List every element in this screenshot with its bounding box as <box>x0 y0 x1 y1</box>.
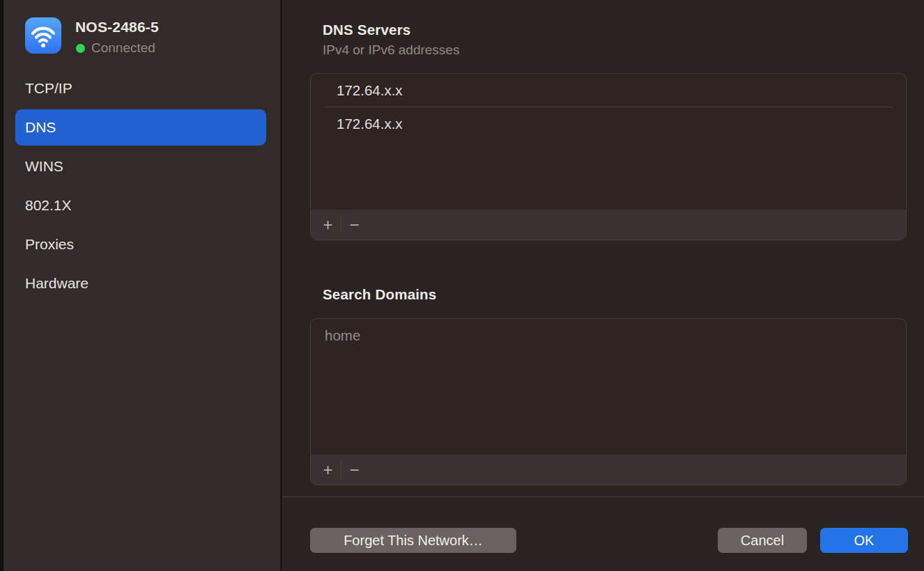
dns-settings-panel: DNS Servers IPv4 or IPv6 addresses 172.6… <box>282 0 924 571</box>
sidebar-item-label: TCP/IP <box>25 80 72 97</box>
connection-status-label: Connected <box>91 40 155 56</box>
connection-status: Connected <box>76 40 155 56</box>
ok-button[interactable]: OK <box>820 528 908 553</box>
dns-server-value: 172.64.x.x <box>337 82 403 99</box>
dns-servers-title: DNS Servers <box>323 22 410 38</box>
dns-servers-rows: 172.64.x.x 172.64.x.x <box>311 74 906 209</box>
sidebar-item-tcpip[interactable]: TCP/IP <box>15 70 266 107</box>
dns-server-value: 172.64.x.x <box>337 116 403 132</box>
dns-server-row[interactable]: 172.64.x.x <box>311 74 906 107</box>
remove-search-domain-button[interactable]: − <box>341 459 367 481</box>
sidebar-item-label: WINS <box>25 158 63 175</box>
dns-servers-subtitle: IPv4 or IPv6 addresses <box>323 42 459 58</box>
sidebar-item-label: Proxies <box>25 236 74 253</box>
dns-servers-toolbar: + − <box>311 209 906 240</box>
search-domains-toolbar: + − <box>311 454 906 485</box>
search-domain-value: home <box>325 327 360 344</box>
sidebar-item-label: 802.1X <box>25 197 72 214</box>
wifi-icon <box>25 17 61 54</box>
sidebar-item-8021x[interactable]: 802.1X <box>15 187 266 224</box>
search-domains-rows: home <box>311 319 906 454</box>
sidebar-item-label: Hardware <box>25 275 88 292</box>
sidebar-item-label: DNS <box>25 119 56 136</box>
sidebar-item-wins[interactable]: WINS <box>15 148 266 185</box>
sidebar-item-dns[interactable]: DNS <box>15 109 266 146</box>
remove-dns-server-button[interactable]: − <box>341 214 367 236</box>
sidebar: NOS-2486-5 Connected TCP/IP DNS WINS 802… <box>3 0 280 571</box>
network-name: NOS-2486-5 <box>75 19 159 36</box>
cancel-button[interactable]: Cancel <box>718 528 807 553</box>
forget-network-button[interactable]: Forget This Network… <box>310 528 516 553</box>
dns-servers-list: 172.64.x.x 172.64.x.x + − <box>310 73 907 240</box>
search-domains-title: Search Domains <box>323 286 436 303</box>
add-search-domain-button[interactable]: + <box>315 459 341 481</box>
wifi-network-details-dialog: NOS-2486-5 Connected TCP/IP DNS WINS 802… <box>0 0 924 571</box>
settings-nav: TCP/IP DNS WINS 802.1X Proxies Hardware <box>3 70 280 304</box>
sidebar-item-hardware[interactable]: Hardware <box>15 265 266 302</box>
search-domains-list: home + − <box>310 318 907 485</box>
footer-divider <box>282 496 924 497</box>
add-dns-server-button[interactable]: + <box>315 214 341 236</box>
connected-status-dot <box>76 44 85 53</box>
sidebar-item-proxies[interactable]: Proxies <box>15 226 266 263</box>
dns-server-row[interactable]: 172.64.x.x <box>311 107 906 140</box>
search-domain-row[interactable]: home <box>311 319 906 352</box>
